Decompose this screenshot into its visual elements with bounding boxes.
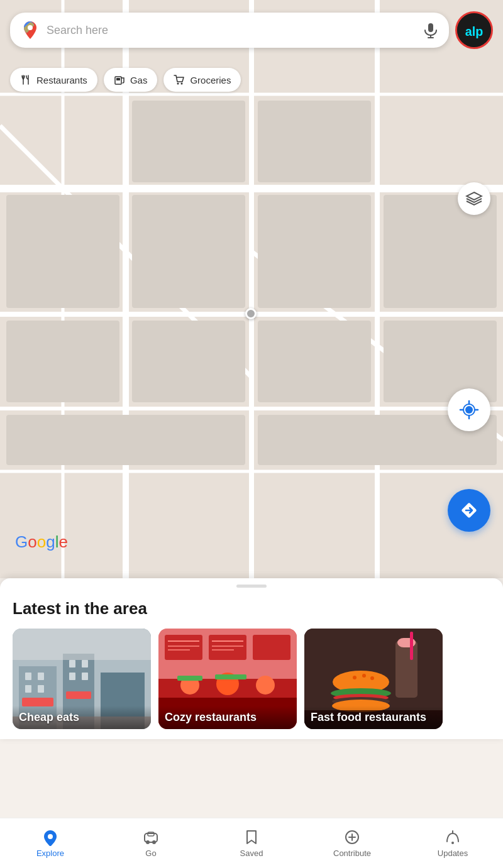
svg-rect-22 [6, 415, 245, 465]
svg-rect-54 [82, 660, 88, 667]
my-location-button[interactable] [448, 388, 490, 431]
search-placeholder-text: Search here [47, 24, 416, 37]
place-card-fast-food[interactable]: Fast food restaurants [304, 629, 443, 729]
groceries-label: Groceries [190, 75, 231, 85]
search-bar[interactable]: Search here [10, 13, 449, 48]
svg-point-43 [177, 83, 179, 85]
go-icon [142, 828, 160, 846]
contribute-icon [343, 828, 361, 846]
cart-icon [174, 74, 185, 85]
svg-point-25 [465, 406, 473, 414]
user-location-dot [245, 308, 257, 319]
bottom-sheet: Latest in the area [0, 578, 503, 739]
svg-rect-64 [253, 635, 290, 660]
svg-point-44 [181, 83, 183, 85]
restaurants-label: Restaurants [36, 75, 87, 85]
svg-point-94 [152, 840, 156, 844]
svg-text:alp: alp [465, 25, 484, 38]
svg-rect-53 [69, 660, 75, 667]
cheap-eats-label: Cheap eats [13, 706, 151, 729]
place-card-cheap-eats[interactable]: Cheap eats [13, 629, 151, 729]
explore-label: Explore [36, 849, 64, 858]
fast-food-label: Fast food restaurants [304, 706, 443, 729]
svg-rect-19 [132, 321, 245, 402]
cozy-restaurants-label: Cozy restaurants [158, 706, 297, 729]
filter-gas[interactable]: Gas [104, 68, 158, 92]
filter-groceries[interactable]: Groceries [163, 68, 241, 92]
svg-rect-58 [66, 691, 91, 699]
svg-point-93 [146, 840, 150, 844]
updates-label: Updates [438, 849, 468, 858]
svg-rect-52 [38, 685, 44, 693]
svg-rect-33 [428, 23, 433, 32]
explore-icon [41, 828, 59, 846]
svg-point-85 [370, 676, 374, 680]
nav-explore[interactable]: Explore [0, 823, 101, 863]
svg-rect-15 [132, 195, 245, 308]
saved-label: Saved [240, 849, 263, 858]
gas-label: Gas [130, 75, 148, 85]
svg-rect-79 [395, 641, 417, 698]
svg-point-84 [362, 674, 366, 678]
fork-knife-icon [20, 74, 31, 85]
bottom-navigation: Explore Go Saved [0, 818, 503, 868]
gas-pump-icon [114, 74, 125, 85]
svg-point-32 [28, 25, 33, 30]
place-card-cozy-restaurants[interactable]: Cozy restaurants [158, 629, 297, 729]
svg-rect-50 [38, 673, 44, 680]
nav-contribute[interactable]: Contribute [302, 823, 402, 863]
filter-restaurants[interactable]: Restaurants [10, 68, 97, 92]
svg-rect-99 [451, 842, 454, 844]
svg-rect-14 [6, 195, 119, 308]
mic-icon[interactable] [423, 22, 439, 38]
svg-rect-21 [384, 321, 497, 402]
sheet-drag-handle[interactable] [236, 585, 267, 588]
svg-rect-49 [25, 673, 31, 680]
svg-rect-13 [258, 101, 371, 182]
contribute-label: Contribute [333, 849, 371, 858]
nav-go[interactable]: Go [101, 823, 201, 863]
top-bar: Search here alp [10, 11, 493, 49]
svg-rect-18 [6, 321, 119, 402]
svg-rect-56 [82, 673, 88, 680]
layer-toggle-button[interactable] [458, 182, 490, 215]
svg-rect-20 [258, 321, 371, 402]
maps-logo-icon [20, 20, 40, 40]
svg-rect-55 [69, 673, 75, 680]
quick-filters-bar: Restaurants Gas Groceries [10, 68, 493, 92]
saved-icon [243, 828, 260, 846]
svg-marker-24 [467, 192, 482, 200]
svg-point-83 [353, 676, 357, 679]
profile-avatar[interactable]: alp [455, 11, 493, 49]
svg-rect-42 [116, 78, 120, 80]
svg-rect-51 [25, 685, 31, 693]
nav-saved[interactable]: Saved [201, 823, 302, 863]
svg-rect-77 [215, 674, 246, 679]
section-title: Latest in the area [0, 596, 503, 629]
svg-rect-76 [177, 676, 202, 681]
svg-rect-62 [165, 635, 202, 660]
svg-rect-12 [132, 101, 245, 182]
svg-rect-81 [410, 632, 413, 660]
place-cards-row: Cheap eats [0, 629, 503, 739]
svg-rect-60 [13, 629, 151, 660]
google-logo: Google [15, 532, 68, 552]
updates-icon [444, 828, 462, 846]
svg-rect-57 [22, 698, 53, 706]
svg-rect-16 [258, 195, 371, 308]
nav-updates[interactable]: Updates [402, 823, 503, 863]
svg-rect-63 [209, 635, 246, 660]
svg-point-75 [256, 676, 275, 695]
svg-point-91 [48, 834, 53, 839]
go-label: Go [145, 849, 156, 858]
directions-fab-button[interactable] [448, 489, 490, 532]
